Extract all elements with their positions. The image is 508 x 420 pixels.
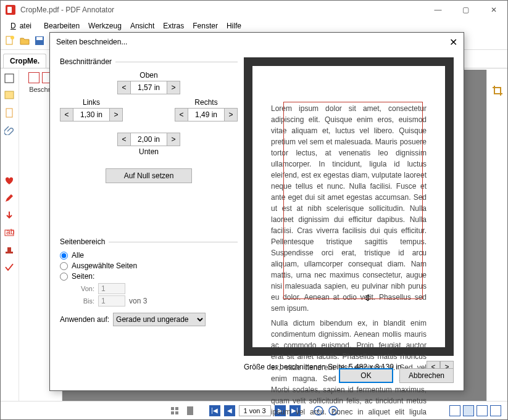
dialog-close-button[interactable]: ✕ (439, 36, 457, 48)
svg-rect-4 (5, 74, 14, 83)
range-selected-radio[interactable] (60, 262, 68, 270)
view-mode-icons (449, 405, 501, 416)
save-icon[interactable] (34, 35, 46, 47)
range-pages-radio[interactable] (60, 273, 68, 281)
right-label: Rechts (194, 98, 217, 107)
ok-button[interactable]: OK (339, 368, 393, 383)
menu-fenster[interactable]: Fenster (189, 20, 222, 31)
document-tab[interactable]: CropMe. (3, 54, 46, 68)
new-icon[interactable] (4, 35, 17, 47)
view-continuous-icon[interactable] (463, 405, 474, 416)
first-page-button[interactable]: |◀ (209, 405, 220, 416)
preview-frame: Lorem ipsum dolor sit amet, consectetur … (244, 57, 454, 356)
range-all-label: Alle (72, 251, 84, 260)
text-label-icon[interactable]: abl (4, 228, 15, 239)
pointer-icon[interactable] (28, 72, 40, 83)
left-dec-button[interactable]: < (60, 108, 73, 121)
arrow-down-icon[interactable] (4, 210, 15, 221)
to-input (98, 295, 125, 307)
minimize-button[interactable]: — (424, 1, 452, 19)
prev-page-button[interactable]: ◀ (224, 405, 235, 416)
bottom-dec-button[interactable]: < (117, 133, 131, 146)
pen-icon[interactable] (4, 193, 15, 204)
left-label: Links (83, 98, 100, 107)
attachment-icon[interactable] (4, 125, 15, 136)
apply-label: Anwenden auf: (60, 315, 109, 324)
right-dec-button[interactable]: < (175, 108, 188, 121)
view-single-icon[interactable] (449, 405, 460, 416)
crop-label: Beschn (29, 86, 52, 93)
heart-icon[interactable] (4, 176, 15, 187)
from-label: Von: (78, 285, 94, 292)
stamp-icon[interactable] (4, 245, 15, 256)
page-icon[interactable] (4, 108, 15, 119)
bottom-margin-spinner[interactable]: < > (117, 133, 180, 146)
bottom-inc-button[interactable]: > (167, 133, 180, 146)
page-input[interactable] (239, 405, 271, 416)
maximize-button[interactable]: ▢ (452, 1, 480, 19)
svg-text:abl: abl (6, 228, 14, 236)
thumbs-icon[interactable] (170, 405, 181, 416)
view-two-page-icon[interactable] (477, 405, 488, 416)
statusbar: |◀ ◀ ▶ ▶| (1, 401, 507, 419)
crop-dialog: Seiten beschneiden... ✕ Beschnittränder … (49, 32, 464, 391)
to-label: Bis: (78, 297, 94, 305)
top-margin-spinner[interactable]: < > (117, 81, 180, 94)
svg-rect-13 (171, 411, 174, 414)
svg-rect-5 (5, 91, 14, 99)
rect-select-icon[interactable] (4, 73, 15, 84)
to-suffix: von 3 (129, 297, 147, 305)
check-icon[interactable] (4, 262, 15, 273)
menubar: Datei Bearbeiten Werkzeug Ansicht Extras… (1, 19, 507, 33)
range-pages-label: Seiten: (72, 272, 94, 281)
svg-rect-3 (36, 37, 43, 40)
menu-ansicht[interactable]: Ansicht (127, 20, 158, 31)
apply-select[interactable]: Gerade und ungerade (113, 313, 206, 326)
margins-group-header: Beschnittränder (60, 57, 238, 66)
top-dec-button[interactable]: < (117, 81, 131, 94)
svg-rect-12 (175, 407, 178, 410)
svg-rect-11 (171, 407, 174, 410)
app-icon (6, 5, 15, 15)
menu-datei[interactable]: Datei (7, 20, 39, 31)
svg-rect-9 (6, 252, 13, 253)
range-group-header: Seitenbereich (60, 237, 238, 246)
note-icon[interactable] (4, 91, 15, 102)
right-margin-input[interactable] (188, 108, 224, 121)
left-margin-input[interactable] (73, 108, 109, 121)
menu-extras[interactable]: Extras (159, 20, 188, 31)
right-rail (486, 70, 507, 401)
cancel-button[interactable]: Abbrechen (399, 368, 454, 383)
left-tool-rail: abl (1, 70, 19, 401)
bottom-label: Unten (139, 147, 159, 156)
preview-page[interactable]: Lorem ipsum dolor sit amet, consectetur … (252, 66, 445, 347)
left-inc-button[interactable]: > (109, 108, 123, 121)
left-margin-spinner[interactable]: < > (60, 108, 123, 121)
view-two-continuous-icon[interactable] (490, 405, 501, 416)
crop-icon[interactable] (491, 84, 504, 97)
menu-werkzeug[interactable]: Werkzeug (85, 20, 125, 31)
reset-margins-button[interactable]: Auf Null setzen (106, 168, 192, 183)
svg-rect-15 (187, 406, 193, 415)
right-margin-spinner[interactable]: < > (175, 108, 238, 121)
window-title: CropMe.pdf - PDF Annotator (20, 6, 114, 14)
top-label: Oben (60, 71, 238, 80)
menu-hilfe[interactable]: Hilfe (223, 20, 245, 31)
page-icon-status[interactable] (185, 405, 196, 416)
menu-bearbeiten[interactable]: Bearbeiten (40, 20, 83, 31)
resize-cursor-icon: ⇕ (364, 293, 372, 303)
from-input (98, 283, 125, 294)
right-inc-button[interactable]: > (224, 108, 238, 121)
bottom-margin-input[interactable] (131, 133, 167, 146)
open-icon[interactable] (19, 35, 31, 47)
dialog-title: Seiten beschneiden... (56, 38, 127, 46)
close-button[interactable]: ✕ (480, 1, 507, 19)
svg-rect-10 (7, 247, 11, 252)
svg-rect-6 (6, 109, 12, 117)
titlebar: CropMe.pdf - PDF Annotator — ▢ ✕ (1, 1, 507, 19)
dialog-titlebar: Seiten beschneiden... ✕ (50, 33, 464, 51)
top-inc-button[interactable]: > (167, 81, 180, 94)
top-margin-input[interactable] (131, 81, 167, 94)
crop-rectangle[interactable] (283, 102, 423, 299)
range-all-radio[interactable] (60, 252, 68, 260)
